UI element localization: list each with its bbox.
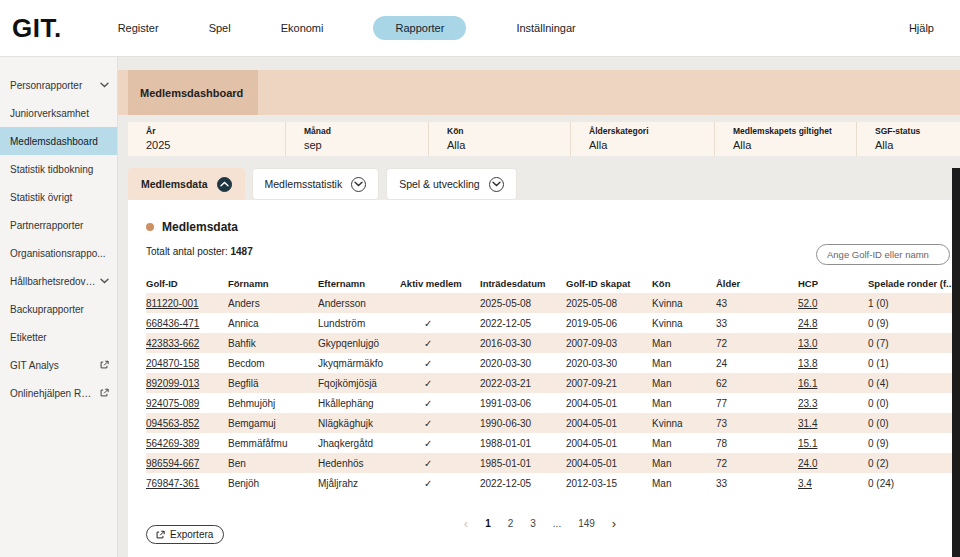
export-button-label: Exportera — [170, 529, 213, 540]
pagination-prev-icon[interactable]: ‹ — [464, 519, 468, 529]
table-cell — [400, 293, 480, 313]
table-cell: 0 (9) — [868, 433, 952, 453]
table-cell: Andersson — [318, 293, 400, 313]
table-cell: 2019-05-06 — [566, 313, 652, 333]
external-link-icon — [99, 360, 109, 370]
sidebar-item-organisationsrappo[interactable]: Organisationsrappo... — [0, 239, 117, 267]
chevron-down-circle-icon — [351, 177, 366, 192]
sidebar-item-etiketter[interactable]: Etiketter — [0, 323, 117, 351]
table-cell: Mjåljrahz — [318, 473, 400, 493]
sidebar-item-statistik-ovrigt[interactable]: Statistik övrigt — [0, 183, 117, 211]
sidebar-item-statistik-tidbokning[interactable]: Statistik tidbokning — [0, 155, 117, 183]
pagination-page-3[interactable]: 3 — [530, 518, 536, 529]
hcp-link[interactable]: 23.3 — [798, 398, 817, 409]
active-check-icon: ✓ — [400, 453, 480, 473]
golf-id-link[interactable]: 094563-852 — [146, 418, 199, 429]
table-cell: Man — [652, 473, 716, 493]
sidebar-item-git-analys[interactable]: GIT Analys — [0, 351, 117, 379]
column-header-fornamn: Förnamn — [228, 273, 318, 293]
table-cell: 2016-03-30 — [480, 333, 566, 353]
nav-item-spel[interactable]: Spel — [209, 22, 231, 34]
table-cell: 31.4 — [798, 413, 868, 433]
tab-medlemsdata[interactable]: Medlemsdata — [128, 168, 245, 200]
filter-kon[interactable]: KönAlla — [428, 122, 570, 156]
filter-manad[interactable]: Månadsep — [285, 122, 428, 156]
pagination-next-icon[interactable]: › — [612, 519, 616, 529]
table-cell: 668436-471 — [146, 313, 228, 333]
page-tab-medlemsdashboard[interactable]: Medlemsdashboard — [128, 70, 258, 115]
table-cell: 0 (1) — [868, 353, 952, 373]
golf-id-link[interactable]: 986594-667 — [146, 458, 199, 469]
help-link[interactable]: Hjälp — [909, 22, 934, 34]
filter-alderskategori[interactable]: ÅlderskategoriAlla — [570, 122, 714, 156]
table-cell: Begfilä — [228, 373, 318, 393]
total-posts-label: Totalt antal poster: — [146, 246, 228, 257]
golf-id-link[interactable]: 811220-001 — [146, 298, 199, 309]
hcp-link[interactable]: 13.8 — [798, 358, 817, 369]
hcp-link[interactable]: 3.4 — [798, 478, 812, 489]
table-cell: 3.4 — [798, 473, 868, 493]
filter-value: Alla — [447, 139, 564, 151]
column-header-efternamn: Efternamn — [318, 273, 400, 293]
app-header: GIT. RegisterSpelEkonomiRapporterInställ… — [0, 0, 960, 57]
hcp-link[interactable]: 16.1 — [798, 378, 817, 389]
nav-item-rapporter[interactable]: Rapporter — [373, 16, 466, 40]
sidebar-item-juniorverksamhet[interactable]: Juniorverksamhet — [0, 99, 117, 127]
golf-id-link[interactable]: 668436-471 — [146, 318, 199, 329]
table-cell: 2025-05-08 — [480, 293, 566, 313]
table-cell: 73 — [716, 413, 798, 433]
sidebar-item-label: Personrapporter — [10, 80, 96, 91]
table-cell: 24.8 — [798, 313, 868, 333]
table-cell: 2022-03-21 — [480, 373, 566, 393]
export-button[interactable]: Exportera — [146, 525, 224, 544]
table-cell: Man — [652, 373, 716, 393]
table-cell: 78 — [716, 433, 798, 453]
search-input[interactable] — [816, 244, 950, 265]
filter-medlemskapets-giltighet[interactable]: Medlemskapets giltighetAlla — [714, 122, 856, 156]
table-cell: Kvinna — [652, 293, 716, 313]
table-cell: Becdom — [228, 353, 318, 373]
sidebar-item-onlinehjalpen-rapp[interactable]: Onlinehjälpen Rapp... — [0, 379, 117, 407]
nav-item-installningar[interactable]: Inställningar — [516, 22, 575, 34]
filter-sgf-status[interactable]: SGF-statusAlla — [856, 122, 960, 156]
pagination-page-149[interactable]: 149 — [578, 518, 595, 529]
table-cell: 77 — [716, 393, 798, 413]
golf-id-link[interactable]: 924075-089 — [146, 398, 199, 409]
filter-ar[interactable]: År2025 — [128, 122, 285, 156]
table-cell: 43 — [716, 293, 798, 313]
active-check-icon: ✓ — [400, 313, 480, 333]
sidebar-item-partnerrapporter[interactable]: Partnerrapporter — [0, 211, 117, 239]
tab-medlemsstatistik[interactable]: Medlemsstatistik — [252, 168, 380, 200]
content-tabs: MedlemsdataMedlemsstatistikSpel & utveck… — [128, 168, 517, 200]
hcp-link[interactable]: 24.0 — [798, 458, 817, 469]
sidebar-item-medlemsdashboard[interactable]: Medlemsdashboard — [0, 127, 117, 155]
nav-item-register[interactable]: Register — [118, 22, 159, 34]
hcp-link[interactable]: 13.0 — [798, 338, 817, 349]
golf-id-link[interactable]: 769847-361 — [146, 478, 199, 489]
golf-id-link[interactable]: 564269-389 — [146, 438, 199, 449]
table-cell: 0 (7) — [868, 333, 952, 353]
hcp-link[interactable]: 24.8 — [798, 318, 817, 329]
golf-id-link[interactable]: 423833-662 — [146, 338, 199, 349]
nav-item-ekonomi[interactable]: Ekonomi — [281, 22, 324, 34]
hcp-link[interactable]: 15.1 — [798, 438, 817, 449]
golf-id-link[interactable]: 892099-013 — [146, 378, 199, 389]
table-cell: Jkyqmärmäkfo — [318, 353, 400, 373]
golf-id-link[interactable]: 204870-158 — [146, 358, 199, 369]
table-cell: 564269-389 — [146, 433, 228, 453]
sidebar-item-personrapporter[interactable]: Personrapporter — [0, 71, 117, 99]
table-cell: 2022-12-05 — [480, 473, 566, 493]
chevron-down-icon — [100, 278, 109, 284]
tab-spel-utveckling[interactable]: Spel & utveckling — [386, 168, 517, 200]
pagination-page-1[interactable]: 1 — [485, 518, 491, 529]
sidebar-item-hallbarhetsredovisn[interactable]: Hållbarhetsredovisn... — [0, 267, 117, 295]
active-check-icon: ✓ — [400, 333, 480, 353]
hcp-link[interactable]: 31.4 — [798, 418, 817, 429]
sidebar-item-backuprapporter[interactable]: Backuprapporter — [0, 295, 117, 323]
table-cell: 33 — [716, 313, 798, 333]
hcp-link[interactable]: 52.0 — [798, 298, 817, 309]
table-cell: 72 — [716, 333, 798, 353]
table-row: 564269-389BemmäfåfmuJhaqkergåtd✓1988-01-… — [146, 433, 952, 453]
pagination-page-2[interactable]: 2 — [508, 518, 514, 529]
table-cell: 2004-05-01 — [566, 433, 652, 453]
